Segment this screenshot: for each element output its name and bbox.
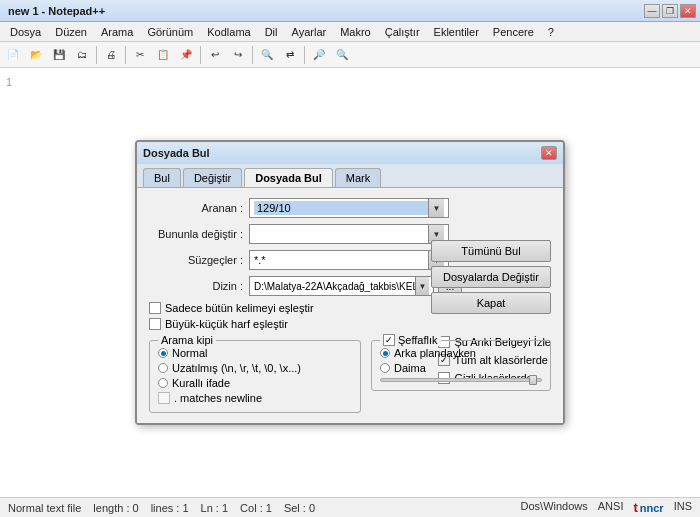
- buyuk-checkbox[interactable]: [149, 318, 161, 330]
- arama-kipi-box: Arama kipi Normal Uzatılmış (\n, \r, \t,…: [149, 340, 361, 413]
- toolbar: 📄 📂 💾 🗂 🖨 ✂ 📋 📌 ↩ ↪ 🔍 ⇄ 🔎 🔍: [0, 42, 700, 68]
- close-button[interactable]: ✕: [680, 4, 696, 18]
- menu-help[interactable]: ?: [542, 25, 560, 39]
- dialog-close-button[interactable]: ✕: [541, 146, 557, 160]
- dos-windows: Dos\Windows: [521, 500, 588, 515]
- save-button[interactable]: 💾: [48, 44, 70, 66]
- menu-goruntum[interactable]: Görünüm: [141, 25, 199, 39]
- seffaflik-checkbox[interactable]: ✓: [383, 334, 395, 346]
- dialog-tabs: Bul Değiştir Dosyada Bul Mark: [137, 164, 563, 188]
- logo-t: t: [633, 500, 637, 515]
- separator: [125, 46, 126, 64]
- matches-newline-row: . matches newline: [158, 392, 352, 404]
- replace-button[interactable]: ⇄: [279, 44, 301, 66]
- radio-uzatilmis[interactable]: [158, 363, 168, 373]
- ln-status: Ln : 1: [201, 502, 229, 514]
- length-status: length : 0: [93, 502, 138, 514]
- aranan-value: 129/10: [254, 201, 428, 215]
- radio-daima-label: Daima: [394, 362, 426, 374]
- open-button[interactable]: 📂: [25, 44, 47, 66]
- tab-dosyada-bul[interactable]: Dosyada Bul: [244, 168, 333, 187]
- file-type: Normal text file: [8, 502, 81, 514]
- suzgecler-value: *.*: [254, 254, 266, 266]
- dialog-overlay: Dosyada Bul ✕ Bul Değiştir Dosyada Bul M…: [0, 68, 700, 497]
- dosyalarda-degistir-button[interactable]: Dosyalarda Değiştir: [431, 266, 551, 288]
- separator: [96, 46, 97, 64]
- seffaflik-slider-track: [380, 378, 542, 382]
- bununla-label: Bununla değiştir :: [149, 228, 249, 240]
- seffaflik-slider-thumb[interactable]: [529, 375, 537, 385]
- radio-normal-row: Normal: [158, 347, 352, 359]
- radio-arka-label: Arka plandayken: [394, 347, 476, 359]
- menu-kodlama[interactable]: Kodlama: [201, 25, 256, 39]
- find-in-files-dialog: Dosyada Bul ✕ Bul Değiştir Dosyada Bul M…: [135, 140, 565, 425]
- suzgecler-combo[interactable]: *.* ▼: [249, 250, 449, 270]
- find-button[interactable]: 🔍: [256, 44, 278, 66]
- new-button[interactable]: 📄: [2, 44, 24, 66]
- window-title: new 1 - Notepad++: [4, 5, 105, 17]
- logo-npp: nncr: [640, 502, 664, 514]
- editor-area: 1 Dosyada Bul ✕ Bul Değiştir Dosyada Bul…: [0, 68, 700, 497]
- menubar: Dosya Düzen Arama Görünüm Kodlama Dil Ay…: [0, 22, 700, 42]
- tab-degistir[interactable]: Değiştir: [183, 168, 242, 187]
- menu-dosya[interactable]: Dosya: [4, 25, 47, 39]
- radio-normal[interactable]: [158, 348, 168, 358]
- matches-newline-checkbox[interactable]: [158, 392, 170, 404]
- aranan-combo[interactable]: 129/10 ▼: [249, 198, 449, 218]
- matches-newline-label: . matches newline: [174, 392, 262, 404]
- line-number: 1: [6, 76, 12, 88]
- seffaflik-group-label: ✓ Şeffaflık: [380, 334, 441, 346]
- cut-button[interactable]: ✂: [129, 44, 151, 66]
- radio-arka-row: Arka plandayken: [380, 347, 542, 359]
- menu-ayarlar[interactable]: Ayarlar: [286, 25, 333, 39]
- separator: [200, 46, 201, 64]
- aranan-dropdown-arrow[interactable]: ▼: [428, 199, 444, 217]
- seffaflik-group: ✓ Şeffaflık Arka plandayken Daima: [371, 336, 551, 413]
- radio-daima[interactable]: [380, 363, 390, 373]
- arama-kipi-label: Arama kipi: [158, 334, 216, 346]
- radio-kuralli-row: Kurallı ifade: [158, 377, 352, 389]
- copy-button[interactable]: 📋: [152, 44, 174, 66]
- undo-button[interactable]: ↩: [204, 44, 226, 66]
- menu-calistir[interactable]: Çalıştır: [379, 25, 426, 39]
- dizin-combo[interactable]: D:\Malatya-22A\Akçadağ_takbis\KELLER ▼: [249, 276, 434, 296]
- col-status: Col : 1: [240, 502, 272, 514]
- action-buttons: Tümünü Bul Dosyalarda Değiştir Kapat: [431, 240, 551, 314]
- zoom-out-button[interactable]: 🔍: [331, 44, 353, 66]
- separator: [252, 46, 253, 64]
- save-all-button[interactable]: 🗂: [71, 44, 93, 66]
- minimize-button[interactable]: —: [644, 4, 660, 18]
- radio-kuralli[interactable]: [158, 378, 168, 388]
- sadece-label: Sadece bütün kelimeyi eşleştir: [165, 302, 314, 314]
- titlebar: new 1 - Notepad++ — ❐ ✕: [0, 0, 700, 22]
- kapat-button[interactable]: Kapat: [431, 292, 551, 314]
- menu-arama[interactable]: Arama: [95, 25, 139, 39]
- radio-daima-row: Daima: [380, 362, 542, 374]
- restore-button[interactable]: ❐: [662, 4, 678, 18]
- zoom-in-button[interactable]: 🔎: [308, 44, 330, 66]
- dialog-titlebar: Dosyada Bul ✕: [137, 142, 563, 164]
- radio-uzatilmis-row: Uzatılmış (\n, \r, \t, \0, \x...): [158, 362, 352, 374]
- menu-duzen[interactable]: Düzen: [49, 25, 93, 39]
- dizin-label: Dizin :: [149, 280, 249, 292]
- menu-dil[interactable]: Dil: [259, 25, 284, 39]
- slider-row: [380, 378, 542, 382]
- window-controls: — ❐ ✕: [644, 4, 696, 18]
- aranan-row: Aranan : 129/10 ▼: [149, 198, 551, 218]
- tumunu-bul-button[interactable]: Tümünü Bul: [431, 240, 551, 262]
- sadece-checkbox[interactable]: [149, 302, 161, 314]
- arama-kipi-group: Arama kipi Normal Uzatılmış (\n, \r, \t,…: [149, 336, 361, 413]
- radio-arka-plandayken[interactable]: [380, 348, 390, 358]
- bununla-combo[interactable]: ▼: [249, 224, 449, 244]
- tab-mark[interactable]: Mark: [335, 168, 381, 187]
- redo-button[interactable]: ↪: [227, 44, 249, 66]
- paste-button[interactable]: 📌: [175, 44, 197, 66]
- print-button[interactable]: 🖨: [100, 44, 122, 66]
- tab-bul[interactable]: Bul: [143, 168, 181, 187]
- dialog-title: Dosyada Bul: [143, 147, 210, 159]
- dizin-dropdown-arrow[interactable]: ▼: [415, 277, 429, 295]
- radio-kuralli-label: Kurallı ifade: [172, 377, 230, 389]
- menu-eklentiler[interactable]: Eklentiler: [428, 25, 485, 39]
- menu-makro[interactable]: Makro: [334, 25, 377, 39]
- menu-pencere[interactable]: Pencere: [487, 25, 540, 39]
